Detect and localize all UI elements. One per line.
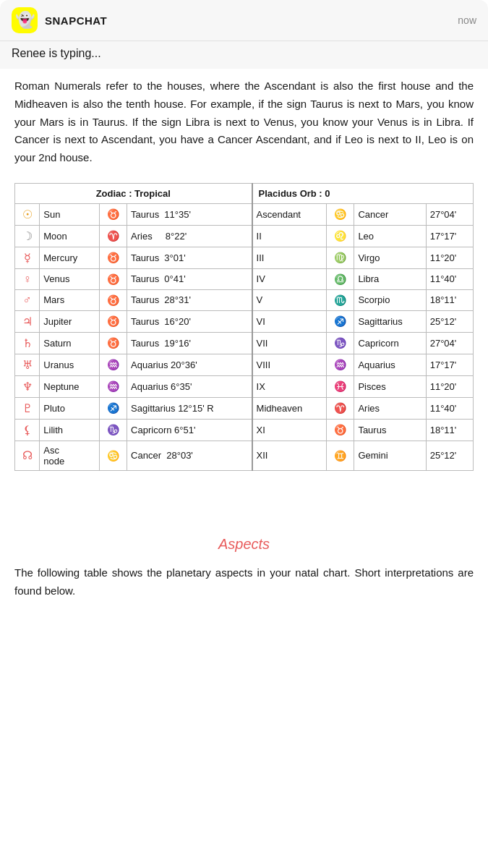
sign-degree: Taurus 11°35'	[127, 203, 252, 225]
sign-icon: ♉	[99, 289, 127, 310]
house-sign: Gemini	[354, 441, 426, 470]
house-sign: Pisces	[354, 375, 426, 397]
notification-bar: 👻 SNAPCHAT now	[0, 0, 488, 41]
sign-degree: Taurus 16°20'	[127, 310, 252, 332]
table-row: ☊ Ascnode ♋ Cancer 28°03' XII ♊ Gemini 2…	[15, 441, 474, 470]
sign-icon: ♈	[99, 225, 127, 247]
house-name: XI	[252, 419, 327, 441]
planet-name: Pluto	[40, 397, 99, 419]
notification-left: 👻 SNAPCHAT	[12, 7, 107, 33]
house-sign: Aries	[354, 397, 426, 419]
house-degree: 11°40'	[426, 397, 473, 419]
house-sign-icon: ♒	[327, 354, 354, 375]
house-name: II	[252, 225, 327, 247]
house-sign: Libra	[354, 268, 426, 289]
house-name: III	[252, 247, 327, 268]
house-sign-icon: ♓	[327, 375, 354, 397]
house-sign-icon: ♌	[327, 225, 354, 247]
house-degree: 27°04'	[426, 332, 473, 354]
sign-icon: ♉	[99, 247, 127, 268]
house-name: IX	[252, 375, 327, 397]
planet-icon: ☊	[15, 441, 40, 470]
sign-icon: ♋	[99, 441, 127, 470]
house-sign-icon: ♏	[327, 289, 354, 310]
sign-icon: ♐	[99, 397, 127, 419]
intro-text: Roman Numerals refer to the houses, wher…	[14, 77, 474, 167]
table-row: ♇ Pluto ♐ Sagittarius 12°15' R Midheaven…	[15, 397, 474, 419]
house-sign-icon: ♋	[327, 203, 354, 225]
house-sign-icon: ♊	[327, 441, 354, 470]
planet-name: Neptune	[40, 375, 99, 397]
table-row: ♆ Neptune ♒ Aquarius 6°35' IX ♓ Pisces 1…	[15, 375, 474, 397]
house-name: IV	[252, 268, 327, 289]
house-name: V	[252, 289, 327, 310]
notification-time: now	[458, 14, 476, 26]
house-degree: 18°11'	[426, 419, 473, 441]
planet-icon: ♅	[15, 354, 40, 375]
house-sign: Sagittarius	[354, 310, 426, 332]
sign-degree: Taurus 0°41'	[127, 268, 252, 289]
planet-icon: ☉	[15, 203, 40, 225]
notification-message: Renee is typing...	[0, 41, 488, 69]
house-sign-icon: ♎	[327, 268, 354, 289]
house-degree: 17°17'	[426, 354, 473, 375]
spacer	[14, 493, 474, 536]
sign-degree: Aquarius 6°35'	[127, 375, 252, 397]
planet-name: Sun	[40, 203, 99, 225]
house-degree: 25°12'	[426, 441, 473, 470]
planet-icon: ♀	[15, 268, 40, 289]
house-sign: Virgo	[354, 247, 426, 268]
planet-name: Ascnode	[40, 441, 99, 470]
planet-icon: ⚸	[15, 419, 40, 441]
house-name: XII	[252, 441, 327, 470]
house-sign: Leo	[354, 225, 426, 247]
planet-name: Mercury	[40, 247, 99, 268]
table-header-row: Zodiac : Tropical Placidus Orb : 0	[15, 183, 474, 203]
sign-degree: Taurus 28°31'	[127, 289, 252, 310]
sign-icon: ♒	[99, 375, 127, 397]
sign-icon: ♑	[99, 419, 127, 441]
house-name: VII	[252, 332, 327, 354]
house-name: VI	[252, 310, 327, 332]
sign-icon: ♉	[99, 203, 127, 225]
sign-degree: Capricorn 6°51'	[127, 419, 252, 441]
house-degree: 25°12'	[426, 310, 473, 332]
table-row: ☉ Sun ♉ Taurus 11°35' Ascendant ♋ Cancer…	[15, 203, 474, 225]
planet-name: Jupiter	[40, 310, 99, 332]
planet-icon: ♆	[15, 375, 40, 397]
planet-icon: ☽	[15, 225, 40, 247]
sign-icon: ♉	[99, 310, 127, 332]
house-name: VIII	[252, 354, 327, 375]
house-sign-icon: ♑	[327, 332, 354, 354]
house-sign: Aquarius	[354, 354, 426, 375]
house-degree: 11°20'	[426, 375, 473, 397]
house-sign-icon: ♈	[327, 397, 354, 419]
table-row: ♀ Venus ♉ Taurus 0°41' IV ♎ Libra 11°40'	[15, 268, 474, 289]
sign-icon: ♒	[99, 354, 127, 375]
house-degree: 11°40'	[426, 268, 473, 289]
table-row: ♅ Uranus ♒ Aquarius 20°36' VIII ♒ Aquari…	[15, 354, 474, 375]
planet-icon: ♇	[15, 397, 40, 419]
main-content: Roman Numerals refer to the houses, wher…	[0, 69, 488, 614]
planet-name: Uranus	[40, 354, 99, 375]
sign-degree: Taurus 3°01'	[127, 247, 252, 268]
house-sign-icon: ♐	[327, 310, 354, 332]
table-row: ☿ Mercury ♉ Taurus 3°01' III ♍ Virgo 11°…	[15, 247, 474, 268]
table-row: ☽ Moon ♈ Aries 8°22' II ♌ Leo 17°17'	[15, 225, 474, 247]
house-sign: Capricorn	[354, 332, 426, 354]
sign-icon: ♉	[99, 332, 127, 354]
astrology-table: Zodiac : Tropical Placidus Orb : 0 ☉ Sun…	[14, 183, 474, 471]
planet-name: Mars	[40, 289, 99, 310]
table-row: ♄ Saturn ♉ Taurus 19°16' VII ♑ Capricorn…	[15, 332, 474, 354]
aspects-text: The following table shows the planetary …	[14, 564, 474, 600]
sign-degree: Aquarius 20°36'	[127, 354, 252, 375]
sign-degree: Taurus 19°16'	[127, 332, 252, 354]
table-row: ⚸ Lilith ♑ Capricorn 6°51' XI ♉ Taurus 1…	[15, 419, 474, 441]
planet-icon: ♂	[15, 289, 40, 310]
planet-name: Lilith	[40, 419, 99, 441]
planet-icon: ♃	[15, 310, 40, 332]
snapchat-icon: 👻	[12, 7, 38, 33]
house-degree: 27°04'	[426, 203, 473, 225]
table-row: ♂ Mars ♉ Taurus 28°31' V ♏ Scorpio 18°11…	[15, 289, 474, 310]
planet-name: Venus	[40, 268, 99, 289]
